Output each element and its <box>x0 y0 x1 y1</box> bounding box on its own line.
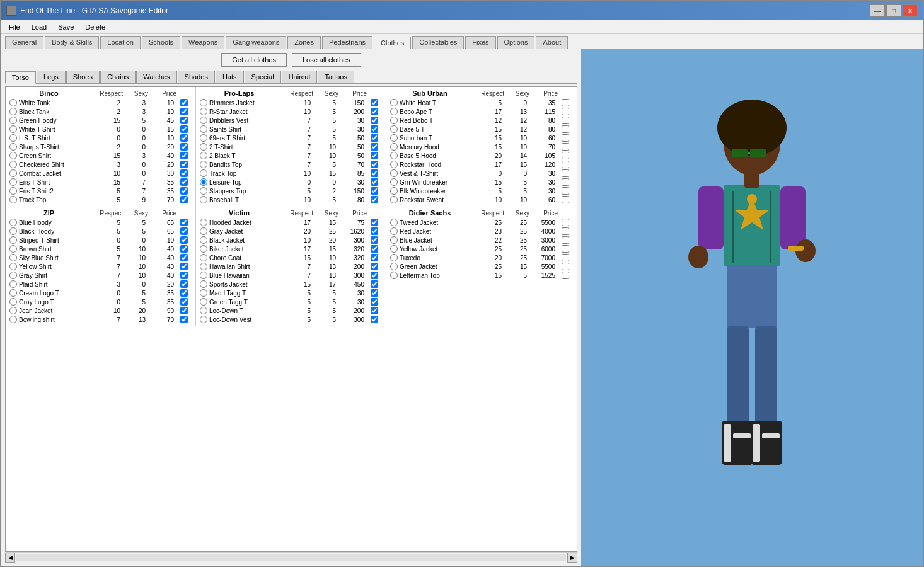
clothing-radio-2[interactable] <box>9 117 17 124</box>
clothing-checkbox-9[interactable] <box>562 178 569 186</box>
clothing-radio-9[interactable] <box>390 178 398 186</box>
clothing-checkbox-1[interactable] <box>371 108 378 115</box>
maximize-button[interactable]: □ <box>886 4 901 17</box>
clothing-checkbox-5[interactable] <box>371 263 378 270</box>
clothing-checkbox-7[interactable] <box>371 161 378 168</box>
clothing-checkbox-5[interactable] <box>180 143 188 151</box>
clothing-checkbox-10[interactable] <box>562 187 569 195</box>
clothing-checkbox-10[interactable] <box>371 307 378 314</box>
clothing-radio-3[interactable] <box>200 245 207 253</box>
clothing-checkbox-11[interactable] <box>371 316 378 323</box>
sub-tab-shoes[interactable]: Shoes <box>66 71 100 83</box>
clothing-checkbox-11[interactable] <box>180 196 188 203</box>
clothing-radio-6[interactable] <box>9 152 17 159</box>
clothing-checkbox-2[interactable] <box>562 117 569 124</box>
clothing-checkbox-11[interactable] <box>371 196 378 203</box>
clothing-checkbox-6[interactable] <box>180 152 188 159</box>
clothing-checkbox-7[interactable] <box>371 280 378 288</box>
clothing-radio-0[interactable] <box>9 219 17 226</box>
clothing-radio-11[interactable] <box>200 316 207 323</box>
clothing-checkbox-4[interactable] <box>371 134 378 142</box>
clothing-checkbox-7[interactable] <box>180 280 188 288</box>
clothing-checkbox-0[interactable] <box>180 219 188 226</box>
clothing-radio-5[interactable] <box>9 143 17 151</box>
clothing-checkbox-10[interactable] <box>180 187 188 195</box>
clothing-checkbox-11[interactable] <box>180 316 188 323</box>
clothing-radio-4[interactable] <box>390 254 398 261</box>
clothing-checkbox-9[interactable] <box>180 298 188 306</box>
clothing-radio-10[interactable] <box>9 187 17 195</box>
clothing-checkbox-9[interactable] <box>371 298 378 306</box>
clothing-radio-5[interactable] <box>200 143 207 151</box>
tab-weapons[interactable]: Weapons <box>182 36 224 49</box>
clothing-radio-8[interactable] <box>9 289 17 297</box>
clothing-checkbox-2[interactable] <box>180 117 188 124</box>
clothing-checkbox-10[interactable] <box>180 307 188 314</box>
clothing-checkbox-0[interactable] <box>371 99 378 106</box>
clothing-radio-1[interactable] <box>200 227 207 235</box>
clothing-radio-11[interactable] <box>9 196 17 203</box>
tab-location[interactable]: Location <box>100 36 141 49</box>
clothing-checkbox-7[interactable] <box>562 161 569 168</box>
clothing-checkbox-8[interactable] <box>371 289 378 297</box>
clothing-radio-5[interactable] <box>9 263 17 270</box>
clothing-radio-8[interactable] <box>390 169 398 177</box>
tab-zones[interactable]: Zones <box>287 36 321 49</box>
sub-tab-watches[interactable]: Watches <box>136 71 176 83</box>
clothing-checkbox-6[interactable] <box>562 152 569 159</box>
clothing-radio-8[interactable] <box>200 169 207 177</box>
clothing-radio-6[interactable] <box>200 272 207 279</box>
clothing-checkbox-3[interactable] <box>180 125 188 133</box>
clothing-radio-9[interactable] <box>9 178 17 186</box>
clothing-radio-4[interactable] <box>200 134 207 142</box>
clothing-radio-9[interactable] <box>200 178 207 186</box>
sub-tab-shades[interactable]: Shades <box>178 71 215 83</box>
sub-tab-special[interactable]: Special <box>245 71 281 83</box>
clothing-radio-1[interactable] <box>9 227 17 235</box>
scroll-left[interactable]: ◀ <box>5 553 15 563</box>
clothing-radio-6[interactable] <box>390 272 398 279</box>
clothing-checkbox-1[interactable] <box>180 227 188 235</box>
tab-options[interactable]: Options <box>497 36 535 49</box>
clothing-checkbox-6[interactable] <box>562 272 569 279</box>
clothing-radio-8[interactable] <box>200 289 207 297</box>
clothing-checkbox-6[interactable] <box>371 152 378 159</box>
clothing-radio-2[interactable] <box>200 117 207 124</box>
clothing-radio-7[interactable] <box>200 280 207 288</box>
clothing-radio-3[interactable] <box>200 125 207 133</box>
clothing-radio-8[interactable] <box>9 169 17 177</box>
lose-all-clothes-button[interactable]: Lose all clothes <box>292 53 361 67</box>
clothing-checkbox-1[interactable] <box>562 227 569 235</box>
clothing-radio-6[interactable] <box>200 152 207 159</box>
tab-about[interactable]: About <box>536 36 568 49</box>
clothing-checkbox-5[interactable] <box>180 263 188 270</box>
clothing-radio-10[interactable] <box>390 187 398 195</box>
clothing-checkbox-8[interactable] <box>180 289 188 297</box>
clothing-radio-7[interactable] <box>390 161 398 168</box>
clothing-checkbox-1[interactable] <box>180 108 188 115</box>
clothing-radio-10[interactable] <box>200 307 207 314</box>
clothing-radio-11[interactable] <box>9 316 17 323</box>
tab-collectables[interactable]: Collectables <box>412 36 464 49</box>
horizontal-scrollbar[interactable]: ◀ ▶ <box>5 552 577 562</box>
clothing-checkbox-5[interactable] <box>371 143 378 151</box>
clothing-checkbox-3[interactable] <box>180 245 188 253</box>
sub-tab-haircut[interactable]: Haircut <box>282 71 318 83</box>
clothing-radio-2[interactable] <box>390 236 398 244</box>
clothing-radio-6[interactable] <box>9 272 17 279</box>
clothing-checkbox-3[interactable] <box>371 125 378 133</box>
clothing-radio-1[interactable] <box>200 108 207 115</box>
get-all-clothes-button[interactable]: Get all clothes <box>221 53 287 67</box>
clothing-radio-9[interactable] <box>200 298 207 306</box>
clothing-radio-4[interactable] <box>9 254 17 261</box>
menu-file[interactable]: File <box>4 22 25 32</box>
tab-body-skills[interactable]: Body & Skills <box>45 36 99 49</box>
clothing-radio-3[interactable] <box>390 125 398 133</box>
sub-tab-chains[interactable]: Chains <box>100 71 136 83</box>
clothing-checkbox-7[interactable] <box>180 161 188 168</box>
menu-load[interactable]: Load <box>26 22 52 32</box>
scroll-right[interactable]: ▶ <box>567 553 577 563</box>
tab-schools[interactable]: Schools <box>142 36 180 49</box>
clothing-checkbox-2[interactable] <box>371 236 378 244</box>
clothing-radio-5[interactable] <box>390 143 398 151</box>
